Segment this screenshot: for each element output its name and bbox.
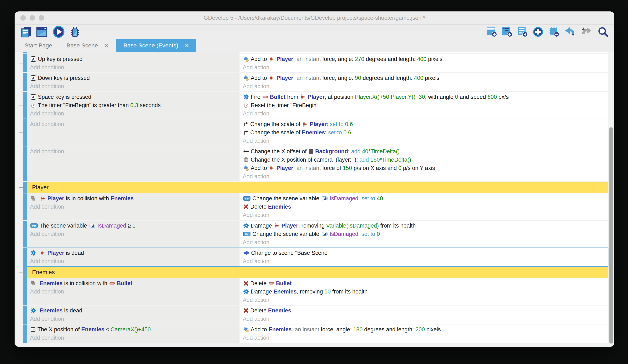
- action-line[interactable]: Add action: [243, 137, 605, 145]
- event-drag-handle[interactable]: [23, 73, 27, 91]
- debug-icon[interactable]: [69, 26, 81, 38]
- group-header[interactable]: Enemies: [27, 267, 608, 278]
- action-line[interactable]: Add action: [243, 211, 605, 219]
- conditions-cell[interactable]: Add condition: [27, 119, 239, 146]
- actions-cell[interactable]: VarChange the scene variable IsDamaged: …: [240, 193, 608, 220]
- close-tab-icon[interactable]: ✕: [184, 42, 189, 49]
- zoom-window-button[interactable]: [39, 15, 44, 21]
- event-row[interactable]: Enemies is deadAdd conditionDelete Enemi…: [23, 305, 608, 324]
- event-row[interactable]: VarThe scene variable IsDamaged ≥ 1Add c…: [23, 221, 608, 247]
- action-line[interactable]: Damage Enemies, removing 50 from its hea…: [243, 288, 605, 296]
- tab-base-scene-events-[interactable]: Base Scene (Events)✕: [116, 39, 197, 52]
- condition-line[interactable]: AUp key is pressed: [30, 55, 236, 63]
- action-line[interactable]: Delete Enemies: [243, 203, 605, 211]
- action-line[interactable]: Delete Enemies: [243, 306, 605, 315]
- event-row[interactable]: Add conditionChange the scale of Player:…: [23, 119, 608, 146]
- event-drag-handle[interactable]: [23, 267, 27, 278]
- condition-line[interactable]: ASpace key is pressed: [30, 93, 236, 101]
- group-header[interactable]: Player: [27, 182, 608, 193]
- event-drag-handle[interactable]: [23, 92, 27, 119]
- action-line[interactable]: Add action: [243, 82, 605, 90]
- action-line[interactable]: Change to scene "Base Scene": [243, 249, 605, 257]
- event-row[interactable]: Player is in collision with EnemiesAdd c…: [23, 193, 608, 220]
- delete-selection-icon[interactable]: [549, 26, 560, 37]
- actions-cell[interactable]: Change to scene "Base Scene"Add action: [240, 248, 608, 266]
- condition-line[interactable]: Add condition: [30, 147, 236, 156]
- action-line[interactable]: Fire Bullet from Player, at position Pla…: [243, 93, 605, 101]
- action-line[interactable]: VarChange the scene variable IsDamaged: …: [243, 194, 605, 203]
- actions-cell[interactable]: Add to Player an instant force, angle: 9…: [240, 73, 608, 91]
- event-drag-handle[interactable]: [23, 52, 27, 54]
- event-row[interactable]: Add conditionChange the X offset of Back…: [23, 146, 608, 181]
- action-line[interactable]: VarChange the scene variable IsDamaged: …: [243, 230, 605, 238]
- add-new-icon[interactable]: [533, 26, 544, 37]
- action-line[interactable]: Add action: [243, 257, 605, 265]
- condition-line[interactable]: The timer "FireBegin" is greater than 0.…: [30, 101, 236, 109]
- actions-cell[interactable]: Change the scale of Player: set to 0.6Ch…: [240, 119, 608, 146]
- actions-cell[interactable]: Delete EnemiesAdd action: [240, 305, 608, 324]
- conditions-cell[interactable]: Player is deadAdd condition: [27, 248, 239, 266]
- scene-editor-icon[interactable]: [36, 26, 48, 37]
- event-row[interactable]: Enemies is in collision with BulletAdd c…: [23, 278, 608, 305]
- conditions-cell[interactable]: Enemies is deadAdd condition: [27, 305, 239, 324]
- action-line[interactable]: Add action: [243, 315, 605, 323]
- action-line[interactable]: Change the X offset of Background: add 4…: [243, 147, 605, 156]
- add-comment-icon[interactable]: [517, 26, 528, 37]
- condition-line[interactable]: Add condition: [30, 334, 236, 342]
- action-line[interactable]: Add to Enemies an instant force, angle: …: [243, 325, 605, 334]
- condition-line[interactable]: Add condition: [30, 315, 236, 323]
- actions-cell[interactable]: Fire Bullet from Player, at position Pla…: [240, 92, 608, 119]
- action-line[interactable]: Reset the timer "FireBegin": [243, 101, 605, 109]
- conditions-cell[interactable]: ASpace key is pressedThe timer "FireBegi…: [27, 92, 239, 119]
- search-icon[interactable]: [598, 26, 608, 37]
- action-line[interactable]: Add action: [243, 63, 605, 71]
- conditions-cell[interactable]: ADown key is pressedAdd condition: [27, 73, 239, 91]
- event-row[interactable]: The X position of Enemies ≤ CameraX()+45…: [23, 324, 608, 343]
- tab-start-page[interactable]: Start Page: [17, 39, 59, 52]
- tab-base-scene[interactable]: Base Scene✕: [59, 39, 116, 52]
- actions-cell[interactable]: Add to Enemies an instant force, angle: …: [240, 324, 608, 343]
- conditions-cell[interactable]: VarThe scene variable IsDamaged ≥ 1Add c…: [27, 221, 239, 247]
- condition-line[interactable]: Enemies is in collision with Bullet: [30, 279, 236, 288]
- conditions-cell[interactable]: Player is in collision with EnemiesAdd c…: [27, 193, 239, 220]
- event-drag-handle[interactable]: [23, 146, 27, 181]
- conditions-cell[interactable]: Add condition: [27, 146, 239, 181]
- condition-line[interactable]: Add condition: [30, 257, 236, 265]
- condition-line[interactable]: VarThe scene variable IsDamaged ≥ 1: [30, 222, 236, 230]
- action-line[interactable]: Add to Player an instant force, angle: 2…: [243, 55, 605, 63]
- event-drag-handle[interactable]: [23, 193, 27, 220]
- add-event-icon[interactable]: [486, 26, 497, 37]
- event-drag-handle[interactable]: [23, 278, 27, 305]
- event-row[interactable]: ASpace key is pressedThe timer "FireBegi…: [23, 92, 608, 119]
- close-tab-icon[interactable]: ✕: [104, 42, 109, 49]
- condition-line[interactable]: Add condition: [30, 288, 236, 296]
- condition-line[interactable]: Add condition: [30, 230, 236, 238]
- action-line[interactable]: Add action: [243, 109, 605, 118]
- actions-cell[interactable]: Damage Player, removing Variable(IsDamag…: [240, 221, 608, 247]
- event-drag-handle[interactable]: [23, 119, 27, 146]
- condition-line[interactable]: Add condition: [30, 109, 236, 118]
- event-row-selected[interactable]: Player is deadAdd conditionChange to sce…: [23, 248, 608, 266]
- action-line[interactable]: Add action: [243, 238, 605, 246]
- action-line[interactable]: Damage Player, removing Variable(IsDamag…: [243, 222, 605, 230]
- condition-line[interactable]: Add condition: [30, 82, 236, 90]
- project-manager-icon[interactable]: [20, 26, 32, 37]
- actions-cell[interactable]: Add to Player an instant force, angle: 2…: [240, 54, 608, 72]
- conditions-cell[interactable]: AUp key is pressedAdd condition: [27, 54, 239, 72]
- condition-line[interactable]: Player is in collision with Enemies: [30, 194, 236, 203]
- event-row[interactable]: AUp key is pressedAdd conditionAdd to Pl…: [23, 54, 608, 72]
- preview-play-icon[interactable]: [53, 26, 65, 38]
- redo-icon[interactable]: [580, 27, 592, 37]
- action-line[interactable]: Add to Player an instant force, angle: 9…: [243, 74, 605, 82]
- condition-line[interactable]: Player is dead: [30, 249, 236, 257]
- event-drag-handle[interactable]: [23, 221, 27, 247]
- conditions-cell[interactable]: Enemies is in collision with BulletAdd c…: [27, 278, 239, 305]
- action-line[interactable]: Change the scale of Player: set to 0.6: [243, 120, 605, 128]
- action-line[interactable]: Add action: [243, 334, 605, 342]
- action-line[interactable]: Add action: [243, 172, 605, 181]
- minimize-window-button[interactable]: [30, 15, 35, 21]
- action-line[interactable]: Delete Bullet: [243, 279, 605, 288]
- undo-icon[interactable]: [564, 27, 576, 37]
- condition-line[interactable]: Add condition: [30, 120, 236, 128]
- action-line[interactable]: Add to Player an instant force of 150 p/…: [243, 164, 605, 172]
